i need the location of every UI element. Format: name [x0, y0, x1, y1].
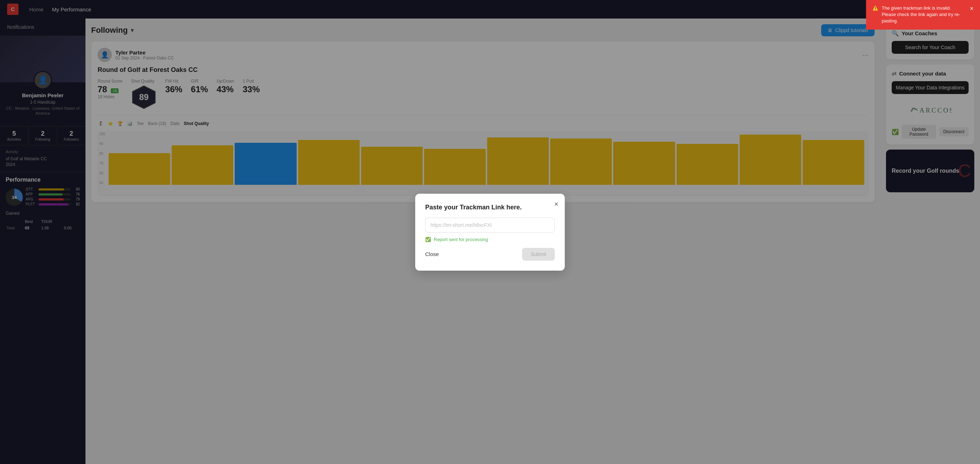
- toast-close-button[interactable]: ×: [970, 5, 974, 13]
- modal-submit-button[interactable]: Submit: [522, 248, 555, 261]
- modal-close-button[interactable]: ×: [554, 200, 558, 208]
- modal-close-text-button[interactable]: Close: [425, 251, 439, 257]
- error-toast: ⚠️ The given trackman link is invalid. P…: [866, 0, 980, 30]
- modal-success-message: ✅ Report sent for processing: [425, 237, 555, 242]
- check-icon: ✅: [425, 237, 431, 242]
- modal-overlay: Paste your Trackman Link here. × ✅ Repor…: [0, 0, 980, 464]
- error-message: The given trackman link is invalid. Plea…: [882, 5, 966, 25]
- modal-footer: Close Submit: [425, 248, 555, 261]
- warning-icon: ⚠️: [872, 5, 878, 11]
- trackman-modal: Paste your Trackman Link here. × ✅ Repor…: [415, 194, 565, 271]
- modal-title: Paste your Trackman Link here.: [425, 204, 555, 211]
- trackman-link-input[interactable]: [425, 218, 555, 232]
